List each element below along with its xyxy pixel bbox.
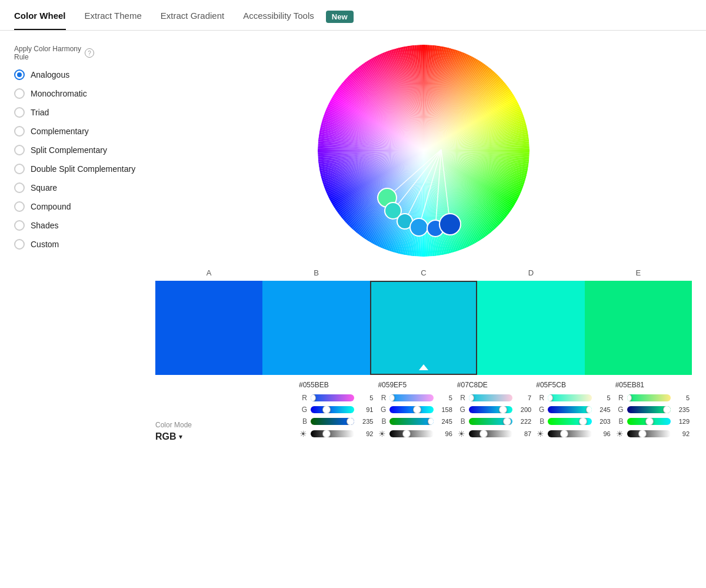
radio-monochromatic[interactable]: Monochromatic bbox=[14, 88, 144, 99]
swatches-row bbox=[155, 281, 692, 375]
radio-triad[interactable]: Triad bbox=[14, 107, 144, 118]
color-wheel-container bbox=[318, 45, 530, 257]
slider-thumb-G-1 bbox=[413, 406, 421, 413]
radio-circle bbox=[14, 69, 25, 80]
slider-value-B-2: 222 bbox=[516, 418, 531, 425]
radio-square[interactable]: Square bbox=[14, 182, 144, 193]
slider-value-Br-4: 92 bbox=[674, 430, 690, 437]
hex-label-3: #05F5CB bbox=[536, 381, 610, 389]
slider-label-B: B bbox=[299, 417, 307, 426]
slider-track-G-2[interactable] bbox=[469, 406, 512, 413]
slider-label-G: G bbox=[457, 406, 465, 414]
swatch-label-E: E bbox=[585, 268, 692, 277]
color-col-E: #05EB81R5G235B129☀92 bbox=[613, 381, 692, 442]
slider-track-Br-4[interactable] bbox=[627, 430, 671, 437]
swatch-B[interactable] bbox=[262, 281, 369, 375]
radio-label: Compound bbox=[31, 202, 71, 211]
slider-value-Br-2: 87 bbox=[516, 430, 531, 437]
slider-label-G: G bbox=[299, 406, 307, 414]
slider-label-G: G bbox=[378, 406, 386, 414]
slider-value-G-3: 245 bbox=[595, 406, 611, 413]
slider-thumb-Br-1 bbox=[402, 430, 411, 437]
radio-custom[interactable]: Custom bbox=[14, 239, 144, 250]
tab-extract-theme[interactable]: Extract Theme bbox=[85, 11, 142, 30]
slider-row-Br-3: ☀96 bbox=[536, 429, 610, 438]
radio-label: Split Complementary bbox=[31, 145, 107, 155]
slider-track-B-0[interactable] bbox=[311, 418, 354, 425]
slider-thumb-B-2 bbox=[503, 418, 511, 425]
slider-track-G-0[interactable] bbox=[311, 406, 354, 413]
slider-value-R-3: 5 bbox=[595, 394, 611, 401]
slider-track-B-3[interactable] bbox=[548, 418, 591, 425]
radio-compound[interactable]: Compound bbox=[14, 201, 144, 212]
slider-value-B-4: 129 bbox=[674, 418, 690, 425]
color-mode-select[interactable]: RGB ▾ bbox=[155, 431, 285, 442]
radio-circle bbox=[14, 145, 25, 155]
slider-track-B-4[interactable] bbox=[627, 418, 671, 425]
radio-analogous[interactable]: Analogous bbox=[14, 69, 144, 80]
slider-track-B-2[interactable] bbox=[469, 418, 512, 425]
slider-track-Br-0[interactable] bbox=[311, 430, 354, 437]
slider-row-Br-4: ☀92 bbox=[615, 429, 690, 438]
slider-value-G-4: 235 bbox=[674, 406, 690, 413]
wheel-dot-d[interactable] bbox=[410, 218, 428, 236]
tab-extract-gradient[interactable]: Extract Gradient bbox=[161, 11, 224, 30]
radio-split-complementary[interactable]: Split Complementary bbox=[14, 145, 144, 155]
chevron-down-icon: ▾ bbox=[179, 433, 182, 441]
slider-thumb-B-4 bbox=[645, 418, 654, 425]
tab-color-wheel[interactable]: Color Wheel bbox=[14, 11, 66, 30]
slider-row-R-0: R5 bbox=[299, 394, 373, 402]
slider-row-G-3: G245 bbox=[536, 406, 610, 414]
slider-label-B: B bbox=[457, 417, 465, 426]
slider-value-Br-1: 96 bbox=[437, 430, 452, 437]
slider-value-B-1: 245 bbox=[437, 418, 452, 425]
slider-label-R: R bbox=[378, 394, 386, 402]
slider-track-G-3[interactable] bbox=[548, 406, 591, 413]
radio-double-split-complementary[interactable]: Double Split Complementary bbox=[14, 164, 144, 174]
radio-shades[interactable]: Shades bbox=[14, 220, 144, 231]
bottom-right: #055BEBR5G91B235☀92#059EF5R5G158B245☀96#… bbox=[285, 375, 692, 442]
radio-complementary[interactable]: Complementary bbox=[14, 126, 144, 137]
slider-row-G-1: G158 bbox=[378, 406, 452, 414]
slider-value-R-0: 5 bbox=[358, 394, 373, 401]
slider-track-R-0[interactable] bbox=[311, 394, 354, 401]
slider-track-R-1[interactable] bbox=[389, 394, 433, 401]
swatches-section: ABCDE bbox=[155, 268, 692, 375]
harmony-radio-group: AnalogousMonochromaticTriadComplementary… bbox=[14, 69, 144, 250]
slider-row-Br-0: ☀92 bbox=[299, 429, 373, 438]
slider-value-G-1: 158 bbox=[437, 406, 452, 413]
slider-thumb-R-0 bbox=[311, 394, 316, 401]
bottom-left: Color Mode RGB ▾ bbox=[155, 375, 285, 442]
swatch-E[interactable] bbox=[585, 281, 692, 375]
slider-track-B-1[interactable] bbox=[389, 418, 433, 425]
slider-track-R-3[interactable] bbox=[548, 394, 591, 401]
tab-accessibility-tools[interactable]: Accessibility Tools bbox=[243, 11, 314, 30]
slider-track-R-2[interactable] bbox=[469, 394, 512, 401]
slider-track-Br-1[interactable] bbox=[389, 430, 433, 437]
slider-value-Br-0: 92 bbox=[358, 430, 373, 437]
slider-track-G-1[interactable] bbox=[389, 406, 433, 413]
hex-label-0: #055BEB bbox=[299, 381, 373, 389]
slider-label-B: B bbox=[536, 417, 544, 426]
help-icon[interactable]: ? bbox=[85, 48, 94, 58]
slider-thumb-Br-0 bbox=[322, 430, 331, 437]
radio-label: Shades bbox=[31, 221, 58, 230]
slider-row-B-1: B245 bbox=[378, 417, 452, 426]
new-badge: New bbox=[326, 11, 354, 23]
color-wheel-svg[interactable] bbox=[318, 45, 530, 257]
radio-circle bbox=[14, 126, 25, 137]
swatch-C[interactable] bbox=[370, 281, 477, 375]
slider-track-Br-3[interactable] bbox=[548, 430, 591, 437]
slider-track-Br-2[interactable] bbox=[469, 430, 512, 437]
slider-label-Br: ☀ bbox=[457, 429, 465, 438]
slider-track-R-4[interactable] bbox=[627, 394, 671, 401]
slider-value-B-3: 203 bbox=[595, 418, 611, 425]
slider-value-G-0: 91 bbox=[358, 406, 373, 413]
swatch-D[interactable] bbox=[477, 281, 584, 375]
slider-thumb-B-3 bbox=[579, 418, 587, 425]
swatch-A[interactable] bbox=[155, 281, 262, 375]
color-col-B: #059EF5R5G158B245☀96 bbox=[375, 381, 454, 442]
wheel-dot-selected[interactable] bbox=[439, 214, 461, 235]
slider-track-G-4[interactable] bbox=[627, 406, 671, 413]
wheel-area: ABCDE Color Mode RGB ▾ #055BEBR5G91B235☀… bbox=[144, 45, 692, 442]
